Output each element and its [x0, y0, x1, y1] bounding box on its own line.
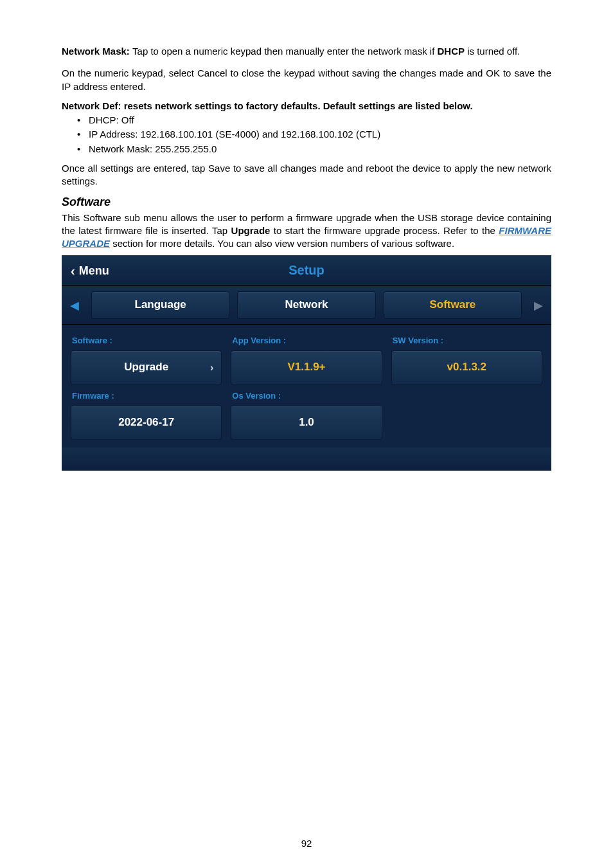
- cell-sw-version: SW Version : v0.1.3.2: [391, 334, 542, 385]
- device-setup-panel: ‹ Menu Setup ◀ Language Network Software…: [62, 255, 551, 471]
- tab-label: Language: [135, 298, 186, 312]
- paragraph-keypad: On the numeric keypad, select Cancel to …: [62, 67, 551, 93]
- triangle-left-icon: ◀: [70, 298, 79, 313]
- cell-firmware: Firmware : 2022-06-17: [71, 389, 222, 440]
- list-item: Network Mask: 255.255.255.0: [89, 143, 551, 156]
- tab-scroll-right[interactable]: ▶: [526, 286, 551, 324]
- os-version-value: 1.0: [231, 405, 382, 440]
- firmware-value: 2022-06-17: [71, 405, 222, 440]
- back-button[interactable]: ‹ Menu: [62, 263, 109, 278]
- back-label: Menu: [79, 263, 109, 278]
- tab-language[interactable]: Language: [91, 291, 229, 319]
- cell-software: Software : Upgrade ›: [71, 334, 222, 385]
- label-upgrade-bold: Upgrade: [231, 225, 271, 236]
- field-label: Os Version :: [232, 390, 380, 402]
- upgrade-button[interactable]: Upgrade ›: [71, 350, 222, 385]
- text: to start the firmware upgrade process. R…: [270, 225, 499, 236]
- titlebar: ‹ Menu Setup: [62, 255, 551, 286]
- empty-placeholder: [391, 389, 542, 424]
- cell-empty: [391, 389, 542, 440]
- cell-os-version: Os Version : 1.0: [231, 389, 382, 440]
- paragraph-network-def: Network Def: resets network settings to …: [62, 100, 551, 113]
- app-version-value: V1.1.9+: [231, 350, 382, 385]
- field-value: 2022-06-17: [118, 415, 174, 430]
- paragraph-network-mask: Network Mask: Tap to open a numeric keyp…: [62, 45, 551, 58]
- heading-software: Software: [62, 194, 551, 210]
- text: section for more details. You can also v…: [110, 238, 454, 249]
- tab-network[interactable]: Network: [237, 291, 375, 319]
- triangle-right-icon: ▶: [534, 298, 543, 313]
- settings-row: Software : Upgrade › App Version : V1.1.…: [71, 334, 542, 385]
- label-network-def-bold: Network Def: resets network settings to …: [62, 100, 473, 111]
- field-value: 1.0: [299, 415, 314, 430]
- sw-version-value: v0.1.3.2: [391, 350, 542, 385]
- tab-label: Network: [285, 298, 328, 312]
- field-value: Upgrade: [124, 360, 168, 375]
- panel-body: Software : Upgrade › App Version : V1.1.…: [62, 325, 551, 448]
- field-value: V1.1.9+: [287, 360, 325, 375]
- panel-footer: [62, 448, 551, 471]
- page-number: 92: [62, 837, 551, 850]
- tab-software[interactable]: Software: [384, 291, 522, 319]
- paragraph-save: Once all settings are entered, tap Save …: [62, 162, 551, 188]
- paragraph-firmware-upgrade: This Software sub menu allows the user t…: [62, 212, 551, 251]
- label-network-mask-bold: Network Mask:: [62, 46, 132, 57]
- settings-row: Firmware : 2022-06-17 Os Version : 1.0: [71, 389, 542, 440]
- list-item: DHCP: Off: [89, 114, 551, 127]
- tab-bar: ◀ Language Network Software ▶: [62, 286, 551, 325]
- chevron-left-icon: ‹: [71, 264, 75, 277]
- cell-app-version: App Version : V1.1.9+: [231, 334, 382, 385]
- tab-scroll-left[interactable]: ◀: [62, 286, 87, 324]
- label-dhcp-bold: DHCP: [437, 46, 465, 57]
- text: Tap to open a numeric keypad then manual…: [132, 46, 437, 57]
- bullet-list: DHCP: Off IP Address: 192.168.100.101 (S…: [62, 114, 551, 156]
- text: is turned off.: [465, 46, 520, 57]
- field-label: Software :: [72, 335, 220, 347]
- field-value: v0.1.3.2: [447, 360, 486, 375]
- list-item: IP Address: 192.168.100.101 (SE-4000) an…: [89, 128, 551, 141]
- tab-label: Software: [429, 298, 475, 312]
- page-title: Setup: [62, 262, 551, 279]
- field-label: SW Version :: [393, 335, 541, 347]
- chevron-right-icon: ›: [210, 361, 213, 375]
- field-label: App Version :: [232, 335, 380, 347]
- field-label: Firmware :: [72, 390, 220, 402]
